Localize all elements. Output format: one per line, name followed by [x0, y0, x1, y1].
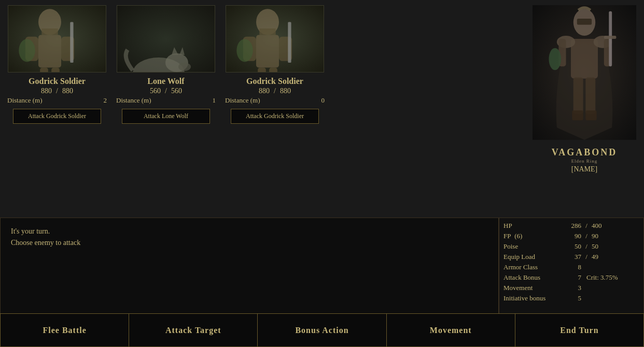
- player-class: VAGABOND: [552, 147, 618, 158]
- enemy-figure-2: [117, 6, 200, 73]
- svg-rect-6: [51, 67, 60, 73]
- player-portrait-bg: [533, 5, 636, 140]
- stat-hp-current: 286: [561, 222, 581, 230]
- stat-row-equip-load: Equip Load 37 / 49: [503, 252, 639, 262]
- enemy-hp-3: 880 / 880: [259, 87, 291, 95]
- enemy-portrait-2: [117, 5, 215, 73]
- svg-rect-38: [585, 77, 595, 114]
- stats-panel: HP 286 / 400 FP (6) 90 / 90 Poise 50 / 5…: [499, 218, 644, 313]
- stat-hp-max: 400: [592, 222, 612, 230]
- player-portrait-container: [530, 0, 639, 145]
- stat-attack-value: 7: [561, 273, 581, 282]
- svg-rect-19: [259, 28, 275, 35]
- movement-button[interactable]: Movement: [386, 313, 515, 347]
- action-buttons-row: Flee Battle Attack Target Bonus Action M…: [0, 313, 644, 347]
- enemy-name-2: Lone Wolf: [147, 77, 184, 86]
- enemy-distance-2: Distance (m) 1: [114, 96, 218, 105]
- stat-armor-value: 8: [561, 263, 581, 271]
- enemy-distance-value-2: 1: [213, 96, 216, 105]
- enemy-distance-3: Distance (m) 0: [223, 96, 327, 105]
- svg-rect-2: [38, 35, 61, 68]
- svg-rect-24: [269, 67, 277, 73]
- player-section: VAGABOND Elden Ring [NAME]: [525, 0, 644, 212]
- stat-row-poise: Poise 50 / 50: [503, 241, 639, 252]
- enemy-distance-value-3: 0: [321, 96, 325, 105]
- enemy-figure-3: [226, 6, 309, 73]
- flee-battle-button[interactable]: Flee Battle: [0, 313, 129, 347]
- end-turn-button[interactable]: End Turn: [515, 313, 644, 347]
- stat-fp-current: 90: [561, 232, 581, 240]
- log-line-1: It's your turn.: [11, 226, 488, 237]
- enemy-distance-label-3: Distance (m): [225, 96, 260, 105]
- stat-crit-value: Crit: 3.75%: [586, 273, 618, 282]
- enemy-hp-2: 560 / 560: [150, 87, 182, 95]
- enemy-hp-current-1: 880: [41, 87, 52, 95]
- svg-rect-40: [585, 110, 596, 120]
- log-line-2: Choose enemy to attack: [11, 237, 488, 249]
- svg-marker-12: [172, 47, 178, 55]
- svg-marker-13: [179, 47, 185, 55]
- enemy-distance-value-1: 2: [104, 96, 107, 105]
- player-figure-svg: [533, 5, 636, 140]
- svg-rect-31: [577, 19, 592, 25]
- enemy-hp-max-3: 880: [280, 87, 291, 95]
- enemy-hp-1: 880 / 880: [41, 87, 73, 95]
- stat-poise-current: 50: [561, 242, 581, 251]
- stat-row-movement: Movement 3: [503, 283, 639, 293]
- stat-equip-max: 49: [592, 253, 612, 261]
- enemy-hp-current-3: 880: [259, 87, 270, 95]
- stat-initiative-value: 5: [561, 294, 581, 302]
- enemy-card-2: Lone Wolf 560 / 560 Distance (m) 1 Attac…: [114, 5, 218, 124]
- stat-hp-slash: /: [581, 222, 592, 230]
- stat-movement-value: 3: [561, 284, 581, 292]
- stat-row-armor: Armor Class 8: [503, 262, 639, 272]
- svg-rect-26: [288, 22, 291, 63]
- svg-point-7: [19, 39, 35, 62]
- combat-log: It's your turn. Choose enemy to attack: [0, 218, 499, 313]
- stat-equip-current: 37: [561, 253, 581, 261]
- attack-enemy-3-button[interactable]: Attack Godrick Soldier: [231, 109, 319, 124]
- bonus-action-button[interactable]: Bonus Action: [257, 313, 386, 347]
- stat-row-hp: HP 286 / 400: [503, 221, 639, 231]
- svg-rect-39: [572, 110, 583, 120]
- svg-rect-20: [256, 35, 279, 68]
- stat-row-attack: Attack Bonus 7 Crit: 3.75%: [503, 272, 639, 283]
- enemy-hp-max-1: 880: [62, 87, 73, 95]
- enemy-figure-1: [8, 6, 91, 73]
- player-subtitle: Elden Ring: [571, 158, 598, 164]
- svg-point-11: [178, 63, 191, 71]
- svg-point-36: [549, 48, 561, 70]
- stat-equip-label: Equip Load: [503, 253, 561, 261]
- svg-rect-23: [258, 67, 266, 73]
- stat-poise-label: Poise: [503, 242, 561, 251]
- enemy-hp-max-2: 560: [171, 87, 182, 95]
- svg-rect-8: [70, 22, 73, 63]
- stat-attack-label: Attack Bonus: [503, 273, 561, 282]
- stat-hp-label: HP: [503, 222, 561, 230]
- player-name: [NAME]: [571, 165, 598, 174]
- enemy-portrait-3: [226, 5, 324, 73]
- stat-row-initiative: Initiative bonus 5: [503, 293, 639, 303]
- stat-initiative-label: Initiative bonus: [503, 294, 561, 302]
- svg-point-25: [236, 39, 253, 62]
- enemy-portrait-1: [8, 5, 106, 73]
- svg-rect-34: [604, 36, 617, 39]
- enemy-name-1: Godrick Soldier: [29, 77, 86, 86]
- svg-rect-27: [571, 39, 598, 79]
- stat-armor-label: Armor Class: [503, 263, 561, 271]
- stat-row-fp: FP (6) 90 / 90: [503, 231, 639, 241]
- stat-fp-slash: /: [581, 232, 592, 240]
- enemy-distance-1: Distance (m) 2: [5, 96, 109, 105]
- stat-poise-max: 50: [592, 242, 612, 251]
- svg-rect-1: [41, 28, 58, 35]
- attack-target-button[interactable]: Attack Target: [129, 313, 257, 347]
- enemy-name-3: Godrick Soldier: [246, 77, 303, 86]
- enemy-distance-label-2: Distance (m): [116, 96, 151, 105]
- attack-enemy-1-button[interactable]: Attack Godrick Soldier: [13, 109, 101, 124]
- stat-poise-slash: /: [581, 242, 592, 251]
- enemy-card-1: Godrick Soldier 880 / 880 Distance (m) 2…: [5, 5, 109, 124]
- stat-movement-label: Movement: [503, 284, 561, 292]
- stat-equip-slash: /: [581, 253, 592, 261]
- stat-fp-label: FP (6): [503, 232, 561, 240]
- attack-enemy-2-button[interactable]: Attack Lone Wolf: [122, 109, 210, 124]
